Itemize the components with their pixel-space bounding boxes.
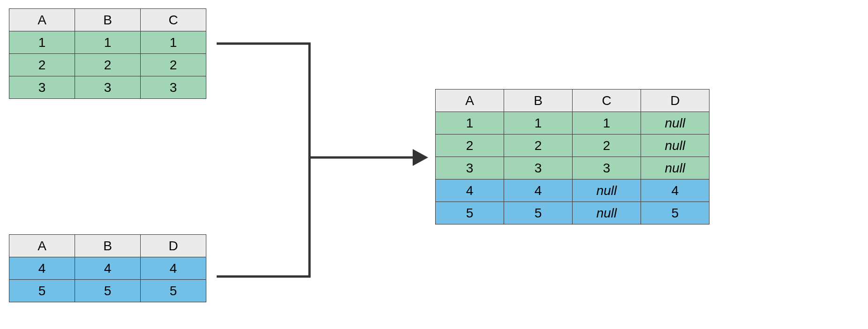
table-header-row: A B C [9, 9, 206, 31]
table-row: 4 4 4 [9, 257, 206, 280]
cell: 5 [504, 202, 573, 224]
cell-null: null [573, 202, 641, 224]
col-header: A [436, 90, 504, 112]
table-row: 3 3 3 null [436, 157, 709, 179]
cell: 3 [504, 157, 573, 179]
cell: 2 [9, 54, 75, 76]
table-header-row: A B C D [436, 90, 709, 112]
cell-null: null [641, 135, 709, 157]
table-row: 3 3 3 [9, 76, 206, 99]
cell: 1 [141, 31, 206, 54]
cell: 5 [436, 202, 504, 224]
cell: 1 [75, 31, 141, 54]
table-row: 2 2 2 null [436, 135, 709, 157]
col-header: B [504, 90, 573, 112]
cell: 4 [436, 179, 504, 202]
output-table: A B C D 1 1 1 null 2 2 2 null 3 3 3 null… [435, 89, 709, 224]
col-header: D [141, 235, 206, 257]
table-row: 2 2 2 [9, 54, 206, 76]
cell: 1 [9, 31, 75, 54]
cell: 3 [436, 157, 504, 179]
col-header: A [9, 235, 75, 257]
cell-null: null [641, 112, 709, 135]
cell: 2 [436, 135, 504, 157]
table-row: 5 5 5 [9, 280, 206, 302]
col-header: D [641, 90, 709, 112]
cell: 4 [641, 179, 709, 202]
col-header: B [75, 235, 141, 257]
cell: 2 [75, 54, 141, 76]
cell: 5 [9, 280, 75, 302]
cell: 1 [504, 112, 573, 135]
table-row: 1 1 1 null [436, 112, 709, 135]
table-row: 5 5 null 5 [436, 202, 709, 224]
cell: 3 [75, 76, 141, 99]
cell: 5 [75, 280, 141, 302]
table-row: 1 1 1 [9, 31, 206, 54]
cell: 4 [141, 257, 206, 280]
cell: 2 [141, 54, 206, 76]
svg-marker-1 [413, 149, 428, 166]
cell: 2 [504, 135, 573, 157]
cell: 1 [573, 112, 641, 135]
cell: 3 [573, 157, 641, 179]
cell: 2 [573, 135, 641, 157]
col-header: C [141, 9, 206, 31]
col-header: C [573, 90, 641, 112]
col-header: A [9, 9, 75, 31]
cell: 5 [641, 202, 709, 224]
cell: 1 [436, 112, 504, 135]
cell: 3 [141, 76, 206, 99]
table-row: 4 4 null 4 [436, 179, 709, 202]
cell: 5 [141, 280, 206, 302]
cell: 4 [75, 257, 141, 280]
cell: 4 [9, 257, 75, 280]
input-table-1: A B C 1 1 1 2 2 2 3 3 3 [9, 8, 206, 99]
cell-null: null [641, 157, 709, 179]
cell: 3 [9, 76, 75, 99]
col-header: B [75, 9, 141, 31]
merge-arrow-icon [216, 42, 429, 281]
table-header-row: A B D [9, 235, 206, 257]
cell-null: null [573, 179, 641, 202]
input-table-2: A B D 4 4 4 5 5 5 [9, 234, 206, 302]
cell: 4 [504, 179, 573, 202]
